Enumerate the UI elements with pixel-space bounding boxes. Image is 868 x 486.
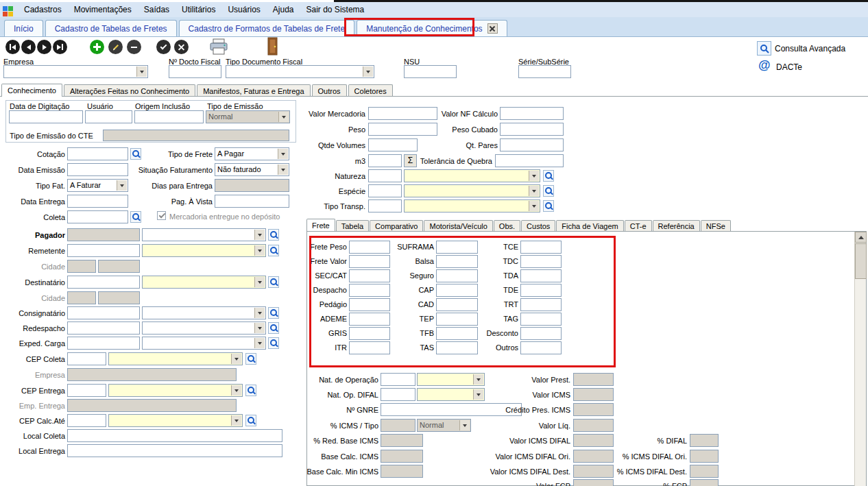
chevron-down-icon[interactable] bbox=[278, 112, 289, 122]
sum-button[interactable]: Σ bbox=[404, 154, 417, 167]
tde-input[interactable] bbox=[520, 284, 562, 297]
coleta-input[interactable] bbox=[67, 210, 128, 223]
peso-cubado-input[interactable] bbox=[500, 123, 564, 136]
tce-input[interactable] bbox=[520, 241, 562, 254]
advanced-search-label[interactable]: Consulta Avançada bbox=[775, 44, 845, 53]
pagador-combobox[interactable] bbox=[142, 228, 266, 241]
qt-pares-input[interactable] bbox=[500, 138, 564, 151]
tab-cte[interactable]: CT-e bbox=[625, 220, 652, 231]
chevron-down-icon[interactable] bbox=[117, 180, 127, 191]
tipo-transp-combobox[interactable] bbox=[404, 199, 540, 212]
tab-cadastro-tabelas-fretes[interactable]: Cadastro de Tabelas de Fretes bbox=[45, 20, 177, 36]
despacho-input[interactable] bbox=[349, 284, 390, 297]
chevron-down-icon[interactable] bbox=[231, 415, 241, 426]
tab-coletores[interactable]: Coletores bbox=[348, 84, 393, 97]
menu-item-usuarios[interactable]: Usuários bbox=[221, 5, 266, 14]
tipo-emissao-combobox[interactable]: Normal bbox=[206, 110, 290, 123]
dacte-at-icon[interactable]: @ bbox=[758, 58, 771, 73]
remetente-code-input[interactable] bbox=[67, 244, 140, 257]
destinatario-search-icon[interactable] bbox=[268, 276, 279, 288]
gris-input[interactable] bbox=[349, 327, 390, 340]
exped-carga-search-icon[interactable] bbox=[268, 337, 279, 349]
desconto-input[interactable] bbox=[520, 327, 562, 340]
tab-comparativo[interactable]: Comparativo bbox=[370, 220, 423, 231]
cep-calc-ate-search-icon[interactable] bbox=[245, 415, 256, 426]
tfb-input[interactable] bbox=[436, 327, 478, 340]
edit-record-button[interactable] bbox=[108, 40, 123, 54]
dacte-label[interactable]: DACTe bbox=[776, 62, 802, 72]
redespacho-search-icon[interactable] bbox=[268, 322, 279, 334]
exped-carga-combobox[interactable] bbox=[142, 337, 266, 350]
advanced-search-button[interactable] bbox=[757, 41, 771, 56]
menu-item-movimentacoes[interactable]: Movimentações bbox=[68, 5, 138, 14]
tab-motorista-veiculo[interactable]: Motorista/Veículo bbox=[424, 220, 492, 231]
frete-peso-input[interactable] bbox=[349, 241, 390, 254]
chevron-down-icon[interactable] bbox=[363, 66, 373, 77]
natureza-search-icon[interactable] bbox=[543, 170, 554, 182]
scroll-up-icon[interactable] bbox=[855, 232, 867, 243]
last-record-button[interactable] bbox=[53, 40, 67, 54]
tab-nfse[interactable]: NFSe bbox=[701, 220, 731, 231]
situacao-faturamento-combobox[interactable]: Não faturado bbox=[215, 163, 289, 176]
especie-combobox[interactable] bbox=[404, 184, 540, 197]
print-button[interactable] bbox=[210, 38, 228, 56]
tipo-transp-code-input[interactable] bbox=[368, 199, 402, 212]
tas-input[interactable] bbox=[436, 341, 478, 354]
sec-cat-input[interactable] bbox=[349, 269, 390, 282]
menu-item-utilitarios[interactable]: Utilitários bbox=[176, 5, 221, 14]
pagador-search-icon[interactable] bbox=[268, 229, 279, 241]
redespacho-code-input[interactable] bbox=[67, 321, 140, 335]
tab-obs[interactable]: Obs. bbox=[494, 220, 520, 231]
trt-input[interactable] bbox=[520, 298, 562, 311]
serie-subserie-input[interactable] bbox=[518, 65, 571, 78]
tab-conhecimento[interactable]: Conhecimento bbox=[1, 84, 62, 97]
local-entrega-input[interactable] bbox=[67, 444, 282, 457]
natureza-combobox[interactable] bbox=[404, 169, 540, 182]
vertical-scrollbar[interactable] bbox=[854, 232, 866, 486]
itr-input[interactable] bbox=[349, 341, 390, 354]
tolerancia-quebra-input[interactable] bbox=[495, 154, 564, 167]
cep-calc-ate-combobox[interactable] bbox=[108, 414, 243, 427]
pedagio-input[interactable] bbox=[349, 298, 390, 311]
cep-coleta-search-icon[interactable] bbox=[245, 353, 256, 365]
chevron-down-icon[interactable] bbox=[254, 323, 265, 333]
exped-carga-code-input[interactable] bbox=[67, 337, 140, 350]
chevron-down-icon[interactable] bbox=[231, 385, 241, 396]
cad-input[interactable] bbox=[436, 298, 478, 311]
chevron-down-icon[interactable] bbox=[254, 277, 265, 287]
data-entrega-input[interactable] bbox=[67, 195, 128, 208]
m3-input[interactable] bbox=[368, 154, 402, 167]
redespacho-combobox[interactable] bbox=[142, 321, 266, 335]
menu-item-sair[interactable]: Sair do Sistema bbox=[300, 5, 371, 14]
data-digitacao-input[interactable] bbox=[9, 110, 83, 123]
menu-item-ajuda[interactable]: Ajuda bbox=[267, 5, 300, 14]
local-coleta-input[interactable] bbox=[67, 429, 282, 442]
nat-op-difal-combobox[interactable] bbox=[417, 388, 485, 401]
first-record-button[interactable] bbox=[5, 40, 20, 54]
scrollbar-thumb[interactable] bbox=[855, 243, 867, 279]
tab-alteracoes[interactable]: Alterações Feitas no Conhecimento bbox=[64, 84, 195, 97]
chevron-down-icon[interactable] bbox=[254, 245, 265, 256]
tipo-documento-fiscal-combobox[interactable] bbox=[226, 65, 374, 78]
nat-op-difal-input[interactable] bbox=[381, 388, 415, 401]
empresa-combobox[interactable] bbox=[3, 65, 148, 78]
consignatario-search-icon[interactable] bbox=[268, 307, 279, 319]
coleta-search-icon[interactable] bbox=[130, 211, 141, 223]
cep-entrega-search-icon[interactable] bbox=[245, 385, 256, 396]
chevron-down-icon[interactable] bbox=[231, 354, 241, 364]
chevron-down-icon[interactable] bbox=[254, 230, 265, 240]
peso-input[interactable] bbox=[368, 123, 437, 136]
frete-valor-input[interactable] bbox=[349, 255, 390, 268]
chevron-down-icon[interactable] bbox=[529, 186, 539, 196]
confirm-button[interactable] bbox=[156, 40, 171, 54]
previous-record-button[interactable] bbox=[21, 40, 36, 54]
tab-tabela[interactable]: Tabela bbox=[336, 220, 369, 231]
tda-input[interactable] bbox=[520, 269, 562, 282]
chevron-down-icon[interactable] bbox=[136, 66, 147, 77]
delete-record-button[interactable] bbox=[127, 40, 141, 54]
tab-referencia[interactable]: Referência bbox=[653, 220, 700, 231]
qtde-volumes-input[interactable] bbox=[368, 138, 418, 151]
destinatario-code-input[interactable] bbox=[67, 276, 140, 289]
cep-entrega-input[interactable] bbox=[67, 384, 106, 397]
tab-frete[interactable]: Frete bbox=[306, 219, 335, 231]
